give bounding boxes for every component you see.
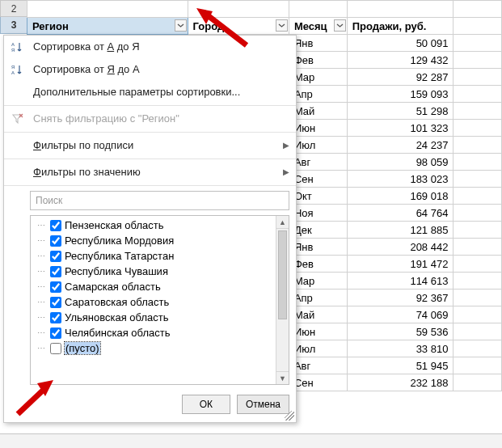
cell-sales[interactable]: 101 323 [347,120,453,137]
menu-label-filters[interactable]: Фильтры по подписи ▶ [4,134,296,157]
cell-sales[interactable]: 64 764 [347,205,453,222]
filter-checkbox[interactable] [50,297,61,308]
cell-empty[interactable] [453,69,502,86]
scroll-down-icon[interactable]: ▼ [276,371,289,384]
cell-empty[interactable] [453,188,502,205]
cell-sales[interactable]: 51 945 [347,357,453,374]
filter-checkbox[interactable] [50,251,61,262]
filter-button-city[interactable] [276,19,288,32]
cell-sales[interactable]: 24 237 [347,137,453,154]
cell-empty[interactable] [453,239,502,256]
cell-sales[interactable]: 129 432 [347,52,453,69]
filter-checkbox[interactable] [50,312,61,323]
filter-checkbox[interactable] [50,266,61,277]
column-header-sales[interactable]: Продажи, руб. [347,18,453,35]
cell-month[interactable]: Июн [289,120,347,137]
cell-empty[interactable] [453,103,502,120]
cell-empty[interactable] [453,86,502,103]
filter-button-month[interactable] [334,19,346,32]
cell-sales[interactable]: 92 367 [347,290,453,306]
cell-sales[interactable]: 208 442 [347,239,453,256]
menu-sort-za[interactable]: ЯА Сортировка от Я до А [4,58,296,81]
cell-empty[interactable] [453,306,502,323]
column-header-empty[interactable] [347,1,453,18]
cell-sales[interactable]: 98 059 [347,154,453,171]
cell-sales[interactable]: 169 018 [347,188,453,205]
cell-month[interactable]: Фев [289,52,347,69]
column-header-empty[interactable] [27,1,188,18]
filter-checkbox[interactable] [50,235,61,247]
scroll-thumb[interactable] [278,230,287,319]
cell-sales[interactable]: 159 093 [347,86,453,103]
cancel-button[interactable]: Отмена [237,395,289,414]
cell-empty[interactable] [453,52,502,69]
ok-button[interactable]: ОК [182,395,230,414]
row-header[interactable]: 2 [0,0,27,17]
cell-sales[interactable]: 51 298 [347,103,453,120]
cell-empty[interactable] [453,171,502,188]
cell-sales[interactable]: 121 885 [347,222,453,239]
cell-empty[interactable] [453,222,502,239]
cell-sales[interactable]: 232 188 [347,374,453,391]
sheet-tab-strip[interactable] [0,433,502,448]
column-header-empty[interactable] [453,1,502,18]
cell-sales[interactable]: 191 472 [347,256,453,273]
filter-checkbox[interactable] [50,220,61,231]
filter-value-item[interactable]: ⋯Ульяновская область [31,310,276,325]
cell-month[interactable]: Апр [289,290,347,306]
filter-value-item[interactable]: ⋯Челябинская область [31,325,276,340]
column-header-city[interactable]: Город [188,18,289,35]
scrollbar[interactable]: ▲ ▼ [276,216,289,384]
column-header-empty[interactable] [453,18,502,35]
cell-empty[interactable] [453,205,502,222]
row-header-selected[interactable]: 3 [0,17,27,34]
filter-value-item[interactable]: ⋯(пусто) [31,340,276,356]
cell-month[interactable]: Июн [289,323,347,340]
cell-empty[interactable] [453,154,502,171]
cell-empty[interactable] [453,290,502,306]
search-input[interactable]: Поиск [30,191,289,210]
filter-value-item[interactable]: ⋯Саратовская область [31,294,276,310]
cell-month[interactable]: Фев [289,256,347,273]
filter-checkbox[interactable] [50,281,61,293]
filter-checkbox[interactable] [50,328,61,339]
filter-value-item[interactable]: ⋯Пензенская область [31,218,276,233]
filter-checkbox[interactable] [50,343,61,354]
cell-month[interactable]: Май [289,306,347,323]
cell-empty[interactable] [453,120,502,137]
cell-month[interactable]: Дек [289,222,347,239]
cell-month[interactable]: Окт [289,188,347,205]
cell-month[interactable]: Янв [289,239,347,256]
column-header-region[interactable]: Регион [27,18,188,35]
cell-empty[interactable] [453,323,502,340]
cell-month[interactable]: Янв [289,35,347,52]
column-header-month[interactable]: Месяц [289,18,347,35]
column-header-empty[interactable] [188,1,289,18]
column-header-empty[interactable] [289,1,347,18]
cell-month[interactable]: Май [289,103,347,120]
cell-sales[interactable]: 50 091 [347,35,453,52]
cell-month[interactable]: Сен [289,171,347,188]
cell-empty[interactable] [453,137,502,154]
resize-grip-icon[interactable] [285,411,294,421]
cell-empty[interactable] [453,340,502,357]
cell-sales[interactable]: 33 810 [347,340,453,357]
cell-sales[interactable]: 59 536 [347,323,453,340]
cell-month[interactable]: Июл [289,137,347,154]
menu-more-sort[interactable]: Дополнительные параметры сортировки... [4,81,296,104]
filter-value-item[interactable]: ⋯Самарская область [31,279,276,294]
cell-month[interactable]: Мар [289,273,347,290]
menu-sort-az[interactable]: АЯ Сортировка от А до Я [4,36,296,58]
cell-empty[interactable] [453,256,502,273]
cell-sales[interactable]: 92 287 [347,69,453,86]
cell-sales[interactable]: 183 023 [347,171,453,188]
filter-value-item[interactable]: ⋯Республика Мордовия [31,233,276,248]
cell-month[interactable]: Апр [289,86,347,103]
cell-month[interactable]: Сен [289,374,347,391]
cell-sales[interactable]: 74 069 [347,306,453,323]
cell-empty[interactable] [453,374,502,391]
cell-month[interactable]: Мар [289,69,347,86]
cell-month[interactable]: Авг [289,357,347,374]
filter-value-item[interactable]: ⋯Республика Татарстан [31,248,276,264]
cell-empty[interactable] [453,273,502,290]
